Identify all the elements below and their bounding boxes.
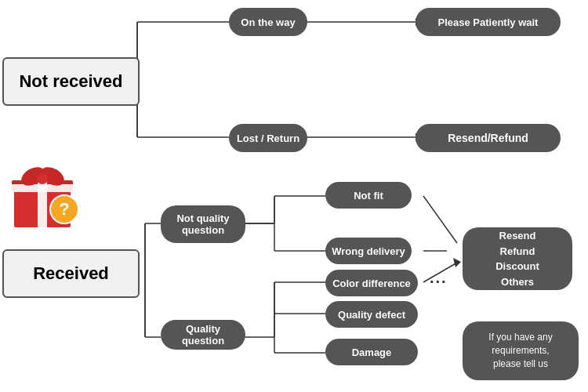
quality-question-node: Quality question — [161, 320, 245, 350]
resend-options-node: Resend Refund Discount Others — [463, 227, 572, 290]
svg-rect-33 — [12, 184, 73, 192]
please-wait-node: Please Patiently wait — [416, 8, 561, 36]
color-diff-node: Color difference — [325, 270, 418, 296]
received-node: Received — [2, 249, 140, 298]
wrong-delivery-node: Wrong delivery — [325, 238, 412, 264]
not-fit-node: Not fit — [325, 182, 412, 209]
on-the-way-node: On the way — [229, 8, 307, 36]
requirements-node: If you have any requirements, please tel… — [463, 321, 579, 380]
not-received-node: Not received — [2, 57, 140, 106]
damage-node: Damage — [325, 339, 418, 365]
diagram: Not received On the way Please Patiently… — [0, 0, 588, 392]
svg-point-36 — [37, 173, 48, 184]
svg-marker-27 — [453, 258, 461, 267]
lost-return-node: Lost / Return — [229, 124, 307, 152]
svg-text:?: ? — [59, 199, 69, 219]
not-quality-node: Not quality question — [161, 205, 245, 243]
resend-refund-node: Resend/Refund — [416, 124, 561, 152]
gift-box-icon: ? — [8, 153, 86, 231]
dots-separator: ··· — [430, 273, 448, 291]
quality-defect-node: Quality defect — [325, 301, 418, 328]
svg-line-28 — [423, 196, 457, 243]
